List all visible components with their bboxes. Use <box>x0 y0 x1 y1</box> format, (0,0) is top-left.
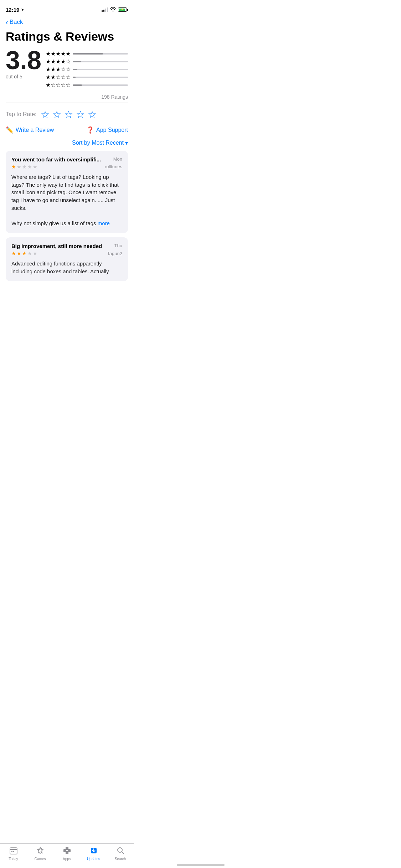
sort-button[interactable]: Sort by Most Recent ▾ <box>72 140 128 146</box>
battery-icon: ⚡ <box>118 7 128 12</box>
review-body-2: Advanced editing functions apparently in… <box>11 260 122 275</box>
location-icon: ➤ <box>21 7 24 12</box>
back-button[interactable]: ‹ Back <box>6 19 128 26</box>
write-review-icon: ✏️ <box>6 126 14 134</box>
bar-row-1: ★☆☆☆☆ <box>46 82 128 88</box>
review-date-2: Thu <box>114 243 122 248</box>
write-review-label: Write a Review <box>16 127 54 133</box>
reviews-container: You went too far with oversimplifi... Mo… <box>0 151 134 281</box>
status-icons: ⚡ <box>102 7 128 12</box>
review-meta-1: ★ ★ ★ ★ ★ rolltunes <box>11 164 122 170</box>
rate-star-5[interactable]: ☆ <box>88 109 97 120</box>
app-support-label: App Support <box>96 127 128 133</box>
page-title: Ratings & Reviews <box>0 27 134 47</box>
review-title-2: Big Improvement, still more needed <box>11 243 112 249</box>
rating-summary: 3.8 out of 5 ★★★★★ ★★★★☆ ★★★☆☆ ★★☆☆☆ ★☆☆… <box>0 47 134 94</box>
review-header-2: Big Improvement, still more needed Thu <box>11 243 122 249</box>
review-date-1: Mon <box>113 156 122 162</box>
review-stars-1: ★ ★ ★ ★ ★ <box>11 164 37 170</box>
review-body-1: Where are tags? List of tags? Looking up… <box>11 173 122 227</box>
wifi-icon <box>110 7 116 12</box>
rate-star-2[interactable]: ☆ <box>52 109 61 120</box>
back-label: Back <box>10 19 23 26</box>
status-time: 12:19 <box>6 7 19 13</box>
review-stars-2: ★ ★ ★ ★ ★ <box>11 250 37 256</box>
rating-bars: ★★★★★ ★★★★☆ ★★★☆☆ ★★☆☆☆ ★☆☆☆☆ <box>46 47 128 88</box>
bar-row-3: ★★★☆☆ <box>46 66 128 73</box>
app-support-icon: ❓ <box>86 126 94 134</box>
sort-label: Sort by Most Recent <box>72 140 124 146</box>
signal-bars <box>102 7 108 12</box>
sort-section: Sort by Most Recent ▾ <box>0 140 134 151</box>
ratings-count: 198 Ratings <box>0 94 134 103</box>
app-support-button[interactable]: ❓ App Support <box>86 126 128 134</box>
rate-stars[interactable]: ☆ ☆ ☆ ☆ ☆ <box>41 109 97 120</box>
tap-to-rate-section: Tap to Rate: ☆ ☆ ☆ ☆ ☆ <box>0 103 134 126</box>
review-author-2: Tagun2 <box>107 251 122 256</box>
review-meta-2: ★ ★ ★ ★ ★ Tagun2 <box>11 250 122 256</box>
bar-row-2: ★★☆☆☆ <box>46 74 128 81</box>
review-card-1: You went too far with oversimplifi... Mo… <box>6 151 128 233</box>
review-header-1: You went too far with oversimplifi... Mo… <box>11 156 122 162</box>
tap-to-rate-label: Tap to Rate: <box>6 111 36 118</box>
status-bar: 12:19 ➤ ⚡ <box>0 0 134 16</box>
rating-number: 3.8 <box>6 47 41 73</box>
sort-chevron-icon: ▾ <box>125 140 128 146</box>
action-buttons: ✏️ Write a Review ❓ App Support <box>0 126 134 140</box>
rate-star-4[interactable]: ☆ <box>76 109 85 120</box>
bar-row-4: ★★★★☆ <box>46 58 128 65</box>
review-more-1[interactable]: more <box>98 220 110 226</box>
rating-big: 3.8 out of 5 <box>6 47 41 79</box>
rating-out-of: out of 5 <box>6 74 41 79</box>
write-review-button[interactable]: ✏️ Write a Review <box>6 126 54 134</box>
nav-bar: ‹ Back <box>0 16 134 27</box>
review-title-1: You went too far with oversimplifi... <box>11 156 110 162</box>
review-card-2: Big Improvement, still more needed Thu ★… <box>6 237 128 281</box>
review-author-1: rolltunes <box>105 164 122 169</box>
back-chevron-icon: ‹ <box>6 19 8 26</box>
rate-star-3[interactable]: ☆ <box>64 109 73 120</box>
rate-star-1[interactable]: ☆ <box>41 109 50 120</box>
bar-row-5: ★★★★★ <box>46 50 128 57</box>
